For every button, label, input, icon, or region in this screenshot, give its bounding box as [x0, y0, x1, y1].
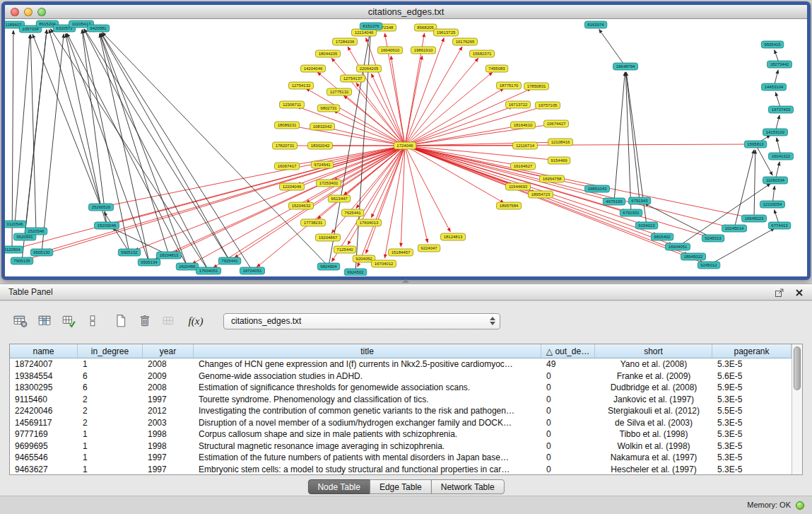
graph-node[interactable]: 10832042	[310, 123, 335, 130]
graph-node[interactable]: 18775170	[497, 82, 522, 89]
graph-edge[interactable]	[391, 56, 405, 146]
scrollbar-thumb[interactable]	[794, 346, 801, 390]
graph-node[interactable]: 12103054	[760, 201, 785, 208]
graph-node[interactable]: 16041322	[769, 153, 794, 160]
graph-node[interactable]: 22064205	[357, 65, 382, 72]
graph-node[interactable]: 6791943	[628, 197, 651, 204]
graph-node[interactable]: 15582371	[470, 50, 495, 57]
delete-table-icon[interactable]	[136, 311, 154, 331]
citation-network-graph[interactable]: 1724046181723481221404617284206180442051…	[5, 19, 806, 276]
window-minimize-button[interactable]	[24, 8, 33, 16]
graph-node[interactable]: 7625441	[341, 209, 364, 216]
graph-node[interactable]: 1724046	[394, 142, 416, 149]
graph-edge[interactable]	[42, 34, 64, 252]
graph-edge[interactable]	[33, 34, 101, 207]
graph-node[interactable]: 19613725	[434, 29, 459, 36]
graph-node[interactable]: 19204867	[316, 234, 341, 241]
graph-node[interactable]: 25260520	[89, 204, 114, 211]
graph-node[interactable]: 17850831	[524, 83, 549, 90]
graph-node[interactable]: 7125440	[334, 246, 356, 253]
graph-node[interactable]: 12775132	[327, 88, 352, 95]
graph-node[interactable]: 12204046	[280, 183, 305, 190]
tab-node-table[interactable]: Node Table	[307, 479, 370, 494]
graph-node[interactable]: 3120546	[5, 221, 26, 228]
graph-edge[interactable]	[401, 146, 405, 247]
graph-node[interactable]: 9815402	[651, 233, 673, 240]
graph-edge[interactable]	[101, 33, 252, 271]
graph-node[interactable]: 9245012	[698, 262, 720, 269]
graph-node[interactable]: 2520546	[25, 228, 47, 235]
graph-node[interactable]: 19861910	[411, 47, 436, 54]
graph-edge[interactable]	[754, 150, 755, 218]
graph-edge[interactable]	[405, 146, 608, 200]
graph-node[interactable]: 11060334	[763, 177, 788, 184]
graph-node[interactable]: 11544693	[506, 183, 531, 190]
graph-node[interactable]: 19648794	[613, 63, 638, 70]
import-table-icon[interactable]	[59, 311, 78, 331]
graph-node[interactable]: 6791931	[620, 209, 642, 216]
graph-edge[interactable]	[405, 146, 428, 243]
column-header-2[interactable]: year	[143, 344, 194, 358]
graph-node[interactable]: 18089231	[275, 122, 300, 129]
close-panel-icon[interactable]	[794, 287, 805, 298]
graph-node[interactable]: 18945022	[681, 253, 706, 260]
graph-node[interactable]: 16704012	[372, 260, 396, 267]
graph-edge[interactable]	[405, 56, 423, 146]
graph-edge[interactable]	[50, 29, 208, 271]
graph-node[interactable]: 9613447	[328, 195, 351, 202]
graph-edge[interactable]	[104, 212, 129, 252]
graph-edge[interactable]	[49, 30, 107, 226]
table-settings-icon[interactable]	[11, 311, 30, 331]
graph-node[interactable]: 18954723	[529, 191, 553, 198]
graph-node[interactable]: 4679193	[603, 198, 625, 205]
graph-node[interactable]: 17604051	[196, 267, 221, 274]
graph-node[interactable]: 9724541	[311, 161, 334, 168]
column-header-1[interactable]: in_degree	[78, 344, 143, 358]
graph-node[interactable]: 12108416	[548, 139, 573, 146]
graph-node[interactable]: 17604013	[357, 219, 382, 226]
graph-node[interactable]: 9505130	[30, 249, 53, 256]
graph-node[interactable]: 9154013	[635, 222, 658, 229]
graph-node[interactable]: 9802731	[317, 105, 340, 112]
column-header-3[interactable]: title	[194, 344, 541, 358]
graph-node[interactable]: 18957584	[497, 202, 522, 209]
graph-edge[interactable]	[348, 47, 405, 146]
graph-edge[interactable]	[331, 146, 405, 262]
graph-node[interactable]: 17284206	[333, 38, 358, 45]
graph-node[interactable]: 9224047	[418, 245, 440, 252]
table-row[interactable]: 1938455462009Genome-wide association stu…	[10, 370, 792, 382]
graph-node[interactable]: 12116714	[513, 142, 538, 149]
vertical-scrollbar[interactable]	[792, 344, 802, 474]
graph-edge[interactable]	[67, 33, 187, 267]
table-row[interactable]: 946554611997Estimation of the future num…	[10, 452, 792, 464]
float-panel-icon[interactable]	[774, 287, 785, 298]
graph-node[interactable]: 8163074	[584, 21, 607, 28]
table-row[interactable]: 2242004622012Investigating the contribut…	[10, 405, 792, 417]
toggle-columns-icon[interactable]	[35, 311, 54, 331]
graph-node[interactable]: 14453104	[762, 83, 787, 90]
graph-edge[interactable]	[15, 35, 30, 224]
tab-network-table[interactable]: Network Table	[431, 479, 505, 494]
table-row[interactable]: 1830029562008Estimation of significance …	[10, 382, 792, 394]
graph-node[interactable]: 9924502	[344, 269, 367, 276]
graph-node[interactable]: 14204046	[301, 65, 326, 72]
graph-node[interactable]: 15203046	[95, 222, 119, 229]
window-zoom-button[interactable]	[37, 8, 46, 16]
graph-node[interactable]: 18164610	[511, 122, 536, 129]
graph-node[interactable]: 16954758	[540, 175, 565, 182]
panel-resize-grip[interactable]	[399, 279, 412, 284]
function-builder-button[interactable]: f(x)	[184, 312, 208, 330]
column-header-6[interactable]: pagerank	[712, 344, 792, 358]
graph-node[interactable]: 18124813	[441, 233, 466, 240]
graph-edge[interactable]	[371, 74, 405, 146]
graph-node[interactable]: 16904051	[666, 243, 690, 250]
graph-node[interactable]: 7925441	[218, 257, 241, 264]
graph-node[interactable]: 9245013	[702, 235, 724, 242]
graph-node[interactable]: 16851043	[585, 185, 610, 192]
graph-node[interactable]: 19757105	[536, 102, 560, 109]
column-header-0[interactable]: name	[10, 344, 78, 358]
new-table-icon[interactable]	[112, 311, 130, 331]
memory-status-indicator[interactable]	[796, 501, 804, 510]
graph-node[interactable]: 19737403	[769, 106, 794, 113]
graph-node[interactable]: 10674427	[544, 120, 569, 127]
